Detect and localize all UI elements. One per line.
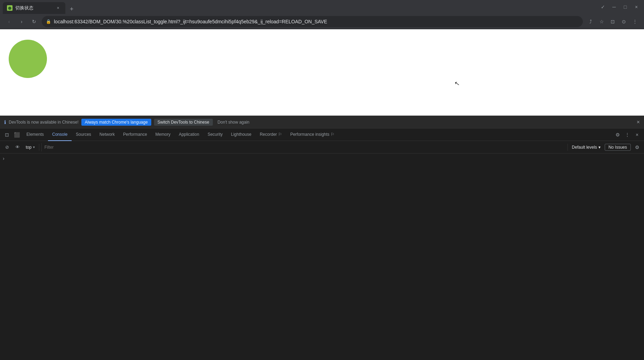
- devtools-device-icon[interactable]: ⬛: [13, 131, 21, 139]
- console-context-label: top: [26, 145, 32, 150]
- devtools-inspect-icon[interactable]: ⊡: [3, 131, 11, 139]
- switch-to-chinese-button[interactable]: Switch DevTools to Chinese: [154, 119, 213, 126]
- tab-elements[interactable]: Elements: [22, 128, 48, 141]
- share-button[interactable]: ⤴: [586, 17, 595, 26]
- devtools-settings-icon[interactable]: ⚙: [613, 131, 622, 139]
- browser-tab[interactable]: ⬤ 切换状态 ×: [3, 2, 65, 14]
- toolbar: ‹ › ↻ 🔒 localhost:63342/BOM_DOM/30.%20cl…: [0, 14, 644, 29]
- console-context-selector[interactable]: top ▾: [24, 144, 37, 150]
- tab-application[interactable]: Application: [175, 128, 203, 141]
- tab-favicon: ⬤: [7, 5, 13, 11]
- devtools-tabs-bar: ⊡ ⬛ Elements Console Sources Network Per…: [0, 128, 644, 141]
- toolbar-actions: ⤴ ☆ ⊡ ⊙ ⋮: [586, 17, 640, 26]
- extension-button[interactable]: ⊡: [608, 17, 618, 26]
- tab-lighthouse[interactable]: Lighthouse: [227, 128, 256, 141]
- tab-performance[interactable]: Performance: [119, 128, 151, 141]
- info-icon: ℹ: [4, 119, 6, 125]
- minimize-button[interactable]: ─: [609, 2, 619, 12]
- tab-close-button[interactable]: ×: [55, 5, 61, 11]
- devtools-left-icons: ⊡ ⬛: [1, 131, 22, 139]
- devtools-tab-list: Elements Console Sources Network Perform…: [22, 128, 612, 141]
- devtools-panel: ℹ DevTools is now available in Chinese! …: [0, 116, 644, 360]
- console-output: ›: [0, 154, 644, 360]
- devtools-right-icons: ⚙ ⋮ ×: [612, 131, 643, 139]
- console-filter-input[interactable]: [41, 143, 565, 151]
- green-circle: [9, 40, 47, 78]
- page-content: ↖: [0, 29, 644, 116]
- close-button[interactable]: ×: [631, 2, 641, 12]
- address-bar[interactable]: 🔒 localhost:63342/BOM_DOM/30.%20classLis…: [42, 16, 583, 27]
- notification-close-button[interactable]: ×: [637, 119, 640, 125]
- url-text: localhost:63342/BOM_DOM/30.%20classList_…: [54, 19, 579, 24]
- tab-recorder[interactable]: Recorder ⚐: [256, 128, 286, 141]
- tab-memory[interactable]: Memory: [151, 128, 175, 141]
- back-button[interactable]: ‹: [4, 17, 14, 26]
- chevron-down-icon: ▾: [33, 145, 35, 149]
- log-level-label: Default levels: [572, 145, 597, 150]
- console-filter-button[interactable]: 👁: [13, 143, 22, 151]
- log-level-arrow-icon: ▾: [598, 145, 601, 150]
- maximize-button[interactable]: □: [620, 2, 630, 12]
- tab-strip: ⬤ 切换状态 × +: [3, 0, 598, 14]
- filter-divider: [39, 144, 39, 151]
- tab-performance-insights[interactable]: Performance insights ⚐: [286, 128, 339, 141]
- tab-network[interactable]: Network: [95, 128, 119, 141]
- devtools-more-tabs-icon[interactable]: ⋮: [623, 131, 631, 139]
- title-bar: ⬤ 切换状态 × + ✓ ─ □ ×: [0, 0, 644, 14]
- profile-button[interactable]: ⊙: [619, 17, 629, 26]
- tab-security[interactable]: Security: [203, 128, 227, 141]
- tab-sources[interactable]: Sources: [72, 128, 95, 141]
- log-level-selector[interactable]: Default levels ▾: [570, 144, 603, 150]
- devtools-dock-button[interactable]: ✓: [598, 2, 608, 12]
- console-prompt-row: ›: [0, 155, 644, 162]
- console-clear-button[interactable]: ⊘: [3, 143, 11, 151]
- tab-title: 切换状态: [15, 5, 52, 11]
- window-controls: ✓ ─ □ ×: [598, 2, 641, 12]
- filter-divider-2: [567, 144, 568, 151]
- bookmark-button[interactable]: ☆: [597, 17, 606, 26]
- lock-icon: 🔒: [46, 19, 51, 24]
- dont-show-again-button[interactable]: Don't show again: [216, 119, 252, 126]
- always-match-language-button[interactable]: Always match Chrome's language: [81, 119, 151, 126]
- notification-text: DevTools is now available in Chinese!: [9, 120, 79, 125]
- forward-button[interactable]: ›: [17, 17, 26, 26]
- console-prompt-arrow-icon: ›: [3, 156, 5, 161]
- console-settings-icon[interactable]: ⚙: [633, 143, 641, 151]
- no-issues-button[interactable]: No Issues: [605, 144, 631, 151]
- browser-window: ⬤ 切换状态 × + ✓ ─ □ × ‹ › ↻ 🔒 localhost:633…: [0, 0, 644, 360]
- more-button[interactable]: ⋮: [630, 17, 640, 26]
- devtools-notification-bar: ℹ DevTools is now available in Chinese! …: [0, 116, 644, 128]
- console-toolbar: ⊘ 👁 top ▾ Default levels ▾ No Issues ⚙: [0, 141, 644, 154]
- cursor: ↖: [454, 79, 460, 88]
- reload-button[interactable]: ↻: [29, 17, 39, 26]
- tab-console[interactable]: Console: [48, 128, 72, 141]
- new-tab-button[interactable]: +: [67, 4, 77, 14]
- devtools-close-icon[interactable]: ×: [633, 131, 641, 139]
